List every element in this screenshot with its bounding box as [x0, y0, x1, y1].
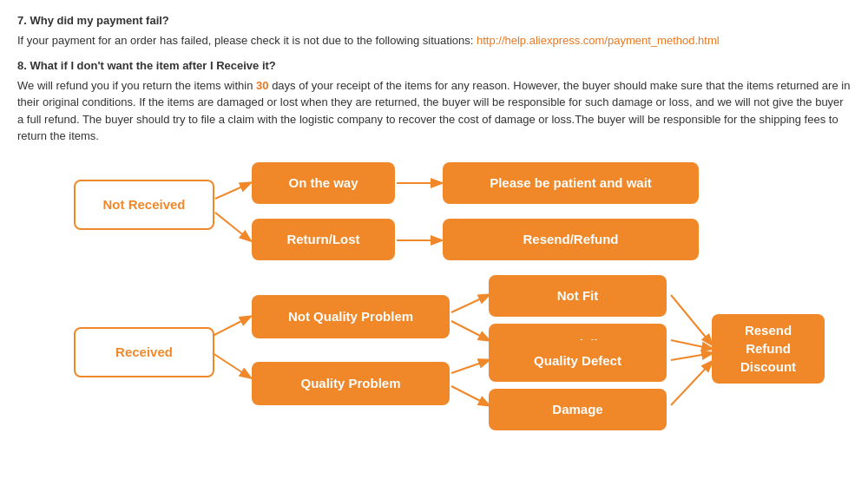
please-be-patient-box: Please be patient and wait	[443, 162, 699, 204]
not-received-box: Not Received	[74, 180, 214, 230]
svg-line-4	[213, 317, 250, 336]
svg-line-0	[215, 183, 250, 199]
section-8: 8. What if I don't want the item after I…	[17, 57, 851, 145]
not-quality-problem-box: Not Quality Problem	[252, 295, 450, 338]
svg-line-6	[451, 295, 489, 312]
svg-line-11	[671, 340, 712, 349]
svg-line-8	[451, 360, 489, 373]
svg-line-7	[451, 321, 489, 340]
damage-box: Damage	[489, 389, 667, 430]
quality-problem-box: Quality Problem	[252, 362, 450, 405]
payment-link[interactable]: http://help.aliexpress.com/payment_metho…	[477, 34, 720, 47]
section-7-heading: 7. Why did my payment fail?	[17, 12, 851, 30]
svg-line-9	[451, 386, 489, 405]
resend-refund-discount-box: Resend Refund Discount	[712, 314, 825, 384]
svg-line-5	[213, 353, 250, 377]
page: 7. Why did my payment fail? If your paym…	[0, 0, 868, 492]
section-8-body: We will refund you if you return the ite…	[17, 77, 851, 145]
not-fit-box: Not Fit	[489, 275, 667, 317]
svg-line-13	[671, 362, 712, 405]
section-7-body: If your payment for an order has failed,…	[17, 32, 851, 49]
resend-refund-top-box: Resend/Refund	[443, 219, 699, 260]
section-8-heading: 8. What if I don't want the item after I…	[17, 57, 851, 75]
section-7: 7. Why did my payment fail? If your paym…	[17, 12, 851, 49]
quality-defect-box: Quality Defect	[489, 340, 667, 382]
return-lost-box: Return/Lost	[252, 219, 395, 260]
svg-line-1	[215, 213, 250, 240]
svg-line-12	[671, 353, 712, 360]
svg-line-10	[671, 295, 712, 344]
received-box: Received	[74, 327, 214, 377]
on-the-way-box: On the way	[252, 162, 395, 204]
diagram-area: Not Received On the way Return/Lost Plea…	[17, 154, 851, 483]
